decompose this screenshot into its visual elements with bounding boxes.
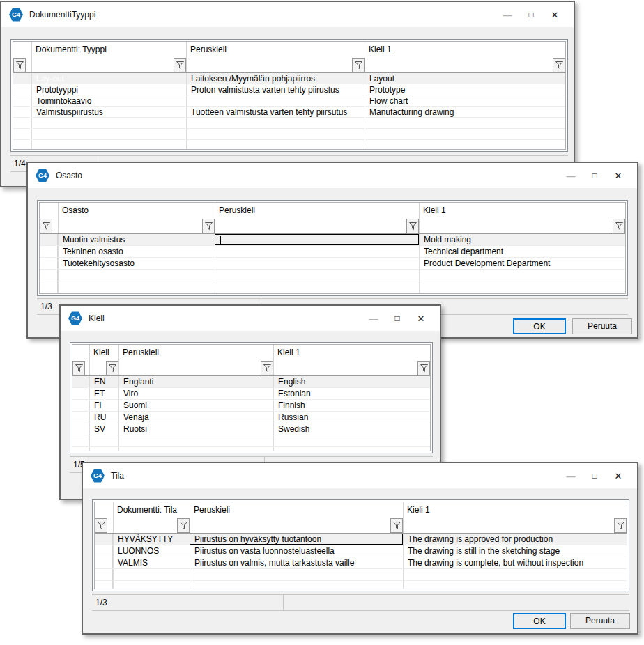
table-row[interactable]: ET Viro Estonian (72, 388, 430, 400)
cell[interactable]: Muotin valmistus (58, 234, 215, 245)
cell[interactable]: Estonian (273, 388, 430, 399)
table-row[interactable]: VALMIS Piirustus on valmis, mutta tarkas… (95, 557, 627, 569)
filter-button[interactable] (174, 58, 186, 72)
minimize-button[interactable]: — (559, 165, 583, 186)
table-row[interactable]: Tekninen osasto Technical department (40, 246, 625, 258)
filter-button[interactable] (13, 58, 26, 72)
column-header[interactable]: Peruskieli (186, 42, 365, 57)
maximize-button[interactable]: □ (519, 4, 543, 25)
table-row[interactable]: Toimintokaavio Flow chart (13, 95, 565, 107)
cell[interactable] (186, 95, 365, 106)
cell[interactable]: Suomi (118, 400, 273, 411)
cell[interactable]: ET (89, 388, 118, 399)
cell[interactable]: Flow chart (365, 95, 565, 106)
column-header[interactable]: Peruskieli (190, 502, 403, 518)
close-button[interactable]: ✕ (543, 4, 567, 25)
titlebar-dokumenttityyppi[interactable]: G4 DokumenttiTyyppi — □ ✕ (1, 2, 574, 27)
table-row[interactable]: Prototyyppi Proton valmistusta varten te… (13, 84, 565, 95)
table-row[interactable]: FI Suomi Finnish (72, 400, 430, 412)
filter-button[interactable] (177, 518, 190, 533)
cell[interactable]: EN (89, 376, 118, 387)
cell[interactable] (215, 258, 419, 269)
cell[interactable]: Laitoksen /Myymälän pohjapiirros (186, 73, 365, 84)
filter-cell[interactable] (190, 518, 403, 533)
filter-cell[interactable] (273, 360, 430, 375)
column-header[interactable]: Dokumentti: Tyyppi (31, 42, 186, 57)
column-header[interactable]: Kieli 1 (273, 345, 430, 360)
cancel-button[interactable]: Peruuta (570, 613, 630, 629)
table-row[interactable]: Valmistuspiirustus Tuotteen valmistusta … (13, 107, 565, 118)
cell-editor[interactable]: Piirustus on hyväksytty tuotantoon (190, 534, 403, 545)
cell[interactable]: The drawing is still in the sketching st… (403, 545, 627, 557)
maximize-button[interactable]: □ (583, 465, 606, 486)
filter-button[interactable] (614, 518, 627, 533)
cell[interactable]: Tuotteen valmistusta varten tehty piirsu… (186, 107, 365, 117)
filter-cell[interactable] (58, 218, 215, 233)
cell[interactable]: Prototype (365, 84, 565, 95)
cell[interactable]: HYVÄKSYTTY (113, 534, 190, 545)
table-row[interactable]: Tuotekehitysosasto Product Development D… (40, 258, 625, 270)
column-header[interactable]: Peruskieli (215, 203, 419, 218)
horizontal-scrollbar[interactable] (284, 595, 629, 610)
cell[interactable]: Viro (118, 388, 273, 399)
column-header[interactable]: Dokumentti: Tila (113, 502, 190, 518)
filter-cell[interactable] (118, 360, 273, 375)
filter-cell[interactable] (403, 518, 627, 533)
column-header[interactable]: Osasto (58, 203, 215, 218)
filter-button[interactable] (352, 58, 365, 72)
cell[interactable]: Swedish (273, 423, 430, 435)
cell[interactable]: Technical department (419, 246, 625, 257)
cell[interactable]: VALMIS (113, 557, 190, 568)
table-row[interactable]: Lay-out Laitoksen /Myymälän pohjapiirros… (13, 73, 565, 84)
cell[interactable]: Mold making (419, 234, 625, 245)
cell[interactable]: The drawing is complete, but without ins… (403, 557, 627, 568)
cell-selected[interactable]: Lay-out (31, 73, 186, 84)
cell[interactable]: Finnish (273, 400, 430, 411)
cell[interactable]: Manufacturing drawing (365, 107, 565, 117)
filter-button[interactable] (95, 518, 107, 533)
table-row[interactable]: RU Venäjä Russian (72, 412, 430, 423)
cell[interactable]: LUONNOS (113, 545, 190, 557)
cell[interactable]: Piirustus on vasta luonnosteluasteella (190, 545, 403, 557)
cell[interactable]: English (273, 376, 430, 387)
filter-button[interactable] (40, 219, 52, 233)
close-button[interactable]: ✕ (606, 465, 630, 486)
table-row[interactable]: LUONNOS Piirustus on vasta luonnosteluas… (95, 545, 627, 557)
filter-button[interactable] (613, 219, 625, 233)
filter-button[interactable] (106, 361, 118, 375)
cell[interactable]: Valmistuspiirustus (31, 107, 186, 117)
close-button[interactable]: ✕ (606, 165, 630, 186)
table-row[interactable]: HYVÄKSYTTY Piirustus on hyväksytty tuota… (95, 534, 627, 545)
cell[interactable] (215, 246, 419, 257)
cell[interactable]: The drawing is approved for production (403, 534, 627, 545)
filter-cell[interactable] (215, 218, 419, 233)
cell[interactable]: Tuotekehitysosasto (58, 258, 215, 269)
filter-button[interactable] (406, 219, 419, 233)
filter-cell[interactable] (89, 360, 118, 375)
cancel-button[interactable]: Peruuta (572, 318, 632, 334)
maximize-button[interactable]: □ (583, 165, 606, 186)
filter-button[interactable] (202, 219, 215, 233)
filter-cell[interactable] (365, 57, 565, 72)
titlebar-kieli[interactable]: G4 Kieli — □ ✕ (61, 306, 440, 331)
cell[interactable]: SV (89, 423, 118, 435)
filter-cell[interactable] (419, 218, 625, 233)
cell[interactable]: Tekninen osasto (58, 246, 215, 257)
filter-cell[interactable] (113, 518, 190, 533)
minimize-button[interactable]: — (496, 4, 519, 25)
cell[interactable]: Ruotsi (118, 423, 273, 435)
filter-cell[interactable] (31, 57, 186, 72)
cell[interactable]: Englanti (118, 376, 273, 387)
filter-button[interactable] (261, 361, 273, 375)
cell[interactable]: Venäjä (118, 412, 273, 423)
maximize-button[interactable]: □ (385, 308, 409, 329)
cell[interactable]: Proton valmistusta varten tehty piirustu… (186, 84, 365, 95)
ok-button[interactable]: OK (513, 318, 566, 334)
cell[interactable]: Product Development Department (419, 258, 625, 269)
column-header[interactable]: Peruskieli (118, 345, 273, 360)
filter-button[interactable] (72, 361, 85, 375)
cell[interactable]: Prototyyppi (31, 84, 186, 95)
filter-button[interactable] (417, 361, 430, 375)
ok-button[interactable]: OK (513, 613, 566, 629)
table-row[interactable]: SV Ruotsi Swedish (72, 423, 430, 435)
